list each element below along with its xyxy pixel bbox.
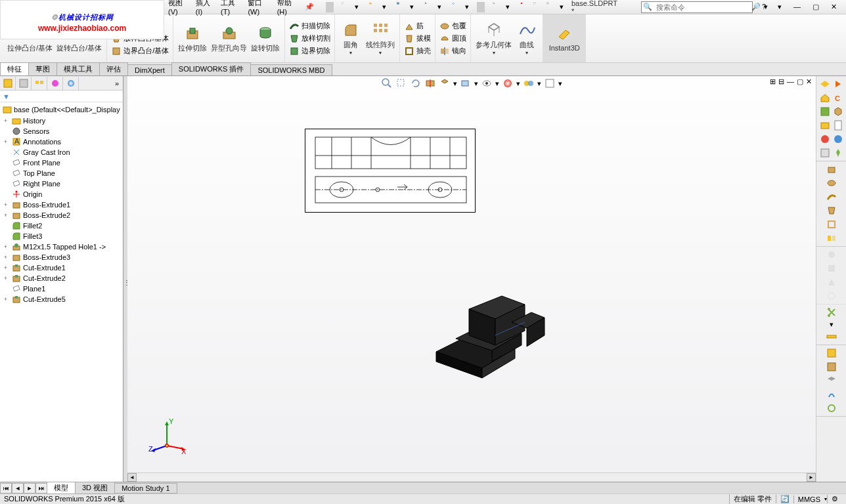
sweep-tool-icon[interactable] bbox=[826, 191, 837, 203]
menu-view[interactable]: 视图(V) bbox=[164, 0, 192, 16]
tree-item[interactable]: Fillet3 bbox=[0, 231, 123, 242]
horizontal-scrollbar[interactable]: ◄ ► bbox=[127, 472, 816, 482]
tab-mold-tools[interactable]: 模具工具 bbox=[56, 62, 100, 75]
options-icon[interactable] bbox=[529, 2, 540, 12]
revolve-cut-button[interactable]: 旋转切除 bbox=[249, 23, 282, 54]
scene-tool-icon[interactable] bbox=[826, 361, 837, 373]
cube-icon[interactable] bbox=[832, 106, 844, 117]
panel-tab-feature-tree-icon[interactable] bbox=[0, 77, 16, 90]
shell-button[interactable]: 抽壳 bbox=[403, 45, 432, 57]
swept-cut-button[interactable]: 扫描切除 bbox=[288, 20, 332, 32]
tree-item[interactable]: Plane1 bbox=[0, 284, 123, 294]
tree-item[interactable]: +Boss-Extrude2 bbox=[0, 210, 123, 220]
panel-tab-display-icon[interactable] bbox=[63, 77, 79, 90]
tab-first-icon[interactable]: ⏮ bbox=[0, 483, 12, 494]
display-style-icon[interactable] bbox=[460, 77, 472, 89]
tab-evaluate[interactable]: 评估 bbox=[99, 62, 128, 75]
tree-item[interactable]: Fillet2 bbox=[0, 220, 123, 231]
window-arrange-icon[interactable]: ⊞ bbox=[770, 77, 776, 86]
maximize-icon[interactable]: ▢ bbox=[809, 3, 823, 11]
doc-minimize-icon[interactable]: — bbox=[787, 77, 794, 86]
tree-item[interactable]: +AAnnotations bbox=[0, 136, 123, 147]
print-icon[interactable] bbox=[420, 2, 431, 12]
light-tool-icon[interactable] bbox=[826, 388, 837, 400]
tree-item[interactable]: +Boss-Extrude3 bbox=[0, 252, 123, 262]
appearance-icon[interactable] bbox=[832, 133, 844, 145]
doc-icon[interactable] bbox=[832, 119, 844, 131]
search-box[interactable]: 🔍 🔎 ▾ bbox=[641, 1, 753, 13]
loft-cut-button[interactable]: 放样切割 bbox=[288, 33, 332, 45]
edit-appearance-icon[interactable] bbox=[502, 77, 514, 89]
panel-tab-dimxpert-icon[interactable] bbox=[47, 77, 63, 90]
graphics-viewport[interactable]: ▾ ▾ ▾ ▾ ▾ ▾ ⊞ ⊟ — ▢ ✕ bbox=[127, 76, 816, 482]
tree-item[interactable]: +Boss-Extrude1 bbox=[0, 200, 123, 210]
menu-window[interactable]: 窗口(W) bbox=[244, 0, 273, 16]
measure-tool-icon[interactable] bbox=[826, 331, 837, 343]
camera-tool-icon[interactable] bbox=[826, 402, 837, 414]
apply-scene-icon[interactable] bbox=[523, 77, 535, 89]
tree-item[interactable]: +M12x1.5 Tapped Hole1 -> bbox=[0, 242, 123, 252]
linear-pattern-button[interactable]: 线性阵列▾ bbox=[364, 20, 397, 57]
arrow-icon[interactable] bbox=[832, 78, 844, 90]
search-input[interactable] bbox=[654, 3, 749, 11]
tree-item[interactable]: +History bbox=[0, 116, 123, 126]
tree-item[interactable]: Gray Cast Iron bbox=[0, 147, 123, 158]
fillet-button[interactable]: 圆角▾ bbox=[338, 20, 364, 57]
menu-tools[interactable]: 工具(T) bbox=[217, 0, 244, 16]
tree-item[interactable]: Top Plane bbox=[0, 168, 123, 178]
extrude-cut-button[interactable]: 拉伸切除 bbox=[176, 23, 209, 54]
appearance-tool-icon[interactable] bbox=[826, 347, 837, 359]
shell-tool-icon[interactable] bbox=[826, 219, 837, 230]
status-reload-icon[interactable]: 🔄 bbox=[776, 495, 793, 503]
filter-icon[interactable]: ▼ bbox=[3, 93, 10, 100]
panel-expand-icon[interactable]: » bbox=[111, 79, 123, 87]
scroll-right-icon[interactable]: ► bbox=[807, 473, 816, 482]
undo-icon[interactable] bbox=[448, 2, 458, 12]
view-triad[interactable]: Y X Z bbox=[147, 416, 187, 455]
select-icon[interactable] bbox=[489, 2, 499, 12]
doc-restore-icon[interactable]: ▢ bbox=[797, 77, 803, 86]
previous-view-icon[interactable] bbox=[410, 77, 422, 89]
instant3d-button[interactable]: Instant3D bbox=[546, 24, 583, 53]
tab-features[interactable]: 特征 bbox=[0, 62, 29, 75]
mirror-button[interactable]: 镜向 bbox=[438, 45, 468, 57]
hide-show-icon[interactable] bbox=[481, 77, 493, 89]
cut-tool-icon[interactable] bbox=[826, 306, 837, 318]
wrap-button[interactable]: 包覆 bbox=[438, 20, 468, 32]
tab-sketch[interactable]: 草图 bbox=[28, 62, 57, 75]
panel-tab-property-icon[interactable] bbox=[16, 77, 32, 90]
mirror-tool-icon[interactable] bbox=[826, 232, 837, 244]
tab-mbd[interactable]: SOLIDWORKS MBD bbox=[250, 64, 332, 75]
view-orientation-icon[interactable] bbox=[439, 77, 451, 89]
tab-dimxpert[interactable]: DimXpert bbox=[127, 64, 172, 75]
dome-button[interactable]: 圆顶 bbox=[438, 33, 468, 45]
hole-wizard-button[interactable]: 异型孔向导 bbox=[209, 23, 249, 54]
save-icon[interactable] bbox=[393, 2, 403, 12]
tree-item[interactable]: +Cut-Extrude2 bbox=[0, 273, 123, 284]
ref-geometry-button[interactable]: 参考几何体▾ bbox=[474, 20, 514, 57]
doc-close-icon[interactable]: ✕ bbox=[806, 77, 812, 86]
tree-item[interactable]: Origin bbox=[0, 189, 123, 200]
tree-item[interactable]: Front Plane bbox=[0, 158, 123, 168]
curves-button[interactable]: 曲线▾ bbox=[514, 20, 540, 57]
status-config-icon[interactable]: ⚙ bbox=[827, 495, 842, 503]
pin-icon[interactable] bbox=[832, 147, 844, 159]
loft-tool-icon[interactable] bbox=[826, 205, 837, 217]
tab-addins[interactable]: SOLIDWORKS 插件 bbox=[171, 62, 252, 75]
sw-resources-icon[interactable] bbox=[819, 78, 831, 90]
tree-item[interactable]: Sensors bbox=[0, 126, 123, 136]
window-tile-icon[interactable]: ⊟ bbox=[778, 77, 784, 86]
zoom-fit-icon[interactable] bbox=[381, 77, 393, 89]
tree-item[interactable]: +Cut-Extrude5 bbox=[0, 294, 123, 304]
custom-props-icon[interactable] bbox=[819, 147, 831, 159]
menu-insert[interactable]: 插入(I) bbox=[192, 0, 217, 16]
tree-root[interactable]: base (Default<<Default>_Display bbox=[0, 104, 123, 116]
decal-tool-icon[interactable] bbox=[826, 375, 837, 387]
bottom-tab-3dview[interactable]: 3D 视图 bbox=[75, 482, 115, 494]
new-icon[interactable] bbox=[338, 2, 348, 12]
view-palette-icon[interactable] bbox=[819, 133, 831, 145]
bottom-tab-motion[interactable]: Motion Study 1 bbox=[114, 483, 177, 494]
boundary-cut-button[interactable]: 边界切除 bbox=[288, 45, 332, 57]
home-icon[interactable] bbox=[819, 92, 831, 104]
design-library-icon[interactable] bbox=[819, 106, 831, 117]
